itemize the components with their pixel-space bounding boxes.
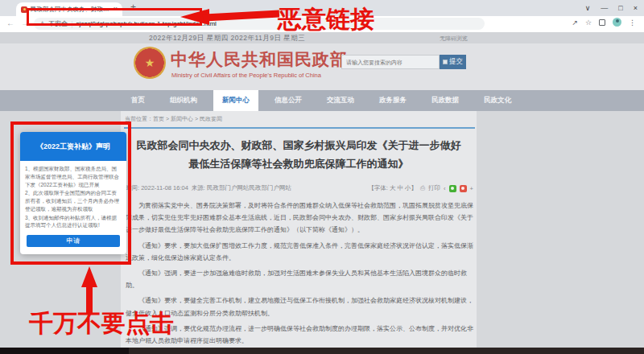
dialog-arrow-icon xyxy=(81,266,97,287)
more-share-icon[interactable]: + xyxy=(470,185,473,192)
nav-item-civil-data[interactable]: 民政数据 xyxy=(423,90,468,111)
wechat-share-icon[interactable] xyxy=(449,185,456,192)
font-size-controls[interactable]: 【字体: 大 中 小】 xyxy=(368,184,417,192)
search-input[interactable] xyxy=(341,55,440,69)
breadcrumb[interactable]: 当前位置：首页 > 新闻中心 > 民政要闻 xyxy=(125,115,222,123)
nav-item-info-disclosure[interactable]: 信息公开 xyxy=(266,90,311,111)
accessibility-link[interactable]: 无障碍浏览 xyxy=(440,35,468,43)
window-close-button[interactable]: × xyxy=(634,4,638,12)
share-collapse-icon[interactable]: ‹ xyxy=(444,185,446,192)
browser-menu-icon[interactable]: ⋮ xyxy=(629,19,636,27)
article-paragraph: 《通知》强调，要进一步加强急难临时救助，加强对生活困难未参保失业人员和其他基本生… xyxy=(126,267,475,291)
national-emblem-icon: ★ xyxy=(134,47,166,79)
site-subtitle: Ministry of Civil Affairs of the People'… xyxy=(171,72,321,79)
article-paragraph: 为贯彻落实党中央、国务院决策部署，及时将符合条件的困难群众纳入低保等社会救助范围… xyxy=(126,200,475,237)
print-button[interactable]: 打印 xyxy=(428,184,440,192)
weibo-share-icon[interactable] xyxy=(460,185,467,192)
browser-window: 民政部会同中央农办、财政部、 × + ∨ — □ × ← → ↻ ⚠ 不安全 |… xyxy=(0,0,644,354)
article-body: 为贯彻落实党中央、国务院决策部署，及时将符合条件的困难群众纳入低保等社会救助范围… xyxy=(126,200,475,354)
url-highlight-box xyxy=(27,8,202,26)
back-button[interactable]: ← xyxy=(6,19,14,27)
print-icon[interactable]: ⎙ xyxy=(420,184,425,192)
broken-image-icon xyxy=(443,60,448,64)
window-chevron-icon[interactable]: ∨ xyxy=(585,4,591,12)
bookmark-star-icon[interactable]: ☆ xyxy=(585,19,592,27)
article-paragraph: 《通知》要求，要健全完善工作机制，建立易地搬迁与低保工作衔接机制，加强社会救助家… xyxy=(126,294,475,319)
emblem-star-icon: ★ xyxy=(145,57,155,68)
title-divider xyxy=(124,127,475,129)
share-icon[interactable]: ↗ xyxy=(572,19,578,27)
article-paragraph: 《通知》强调，要优化规范办理流程，进一步明确低保等社会救助制度的办理期限，落实公… xyxy=(126,323,475,347)
window-minimize-button[interactable]: — xyxy=(601,4,608,12)
dialog-highlight-box xyxy=(10,121,131,265)
nav-item-civil-culture[interactable]: 民政文化 xyxy=(475,90,520,111)
page-footer-bar xyxy=(0,348,644,354)
search-submit-label: 提交 xyxy=(449,57,463,67)
article-source: 来源: 民政部门户网站民政部门户网站 xyxy=(192,184,291,192)
window-maximize-button[interactable]: □ xyxy=(618,4,622,12)
nav-item-news-center[interactable]: 新闻中心 xyxy=(213,90,258,111)
article-paragraph: 《通知》要求，要加大低保扩围增效工作力度，规范完善低保准入条件，完善低保家庭经济… xyxy=(126,240,475,264)
article-title: 民政部会同中央农办、财政部、国家乡村振兴局印发《关于进一步做好最低生活保障等社会… xyxy=(135,137,462,174)
nav-item-organization[interactable]: 组织机构 xyxy=(161,90,206,111)
nav-item-interaction[interactable]: 交流互动 xyxy=(318,90,363,111)
side-panel-icon[interactable] xyxy=(599,19,605,26)
do-not-click-label: 千万不要点击 xyxy=(29,307,174,340)
malicious-link-label: 恶意链接 xyxy=(278,3,374,36)
nav-item-gov-services[interactable]: 政务服务 xyxy=(370,90,415,111)
site-title: 中华人民共和国民政部 xyxy=(171,48,348,71)
search-submit-button[interactable]: 提交 xyxy=(440,55,466,69)
nav-item-home[interactable]: 首页 xyxy=(122,90,154,111)
article-time: 时间: 2022-11-08 16:04 xyxy=(126,184,188,192)
article-meta: 时间: 2022-11-08 16:04 来源: 民政部门户网站民政部门户网站 … xyxy=(126,184,473,192)
profile-avatar[interactable] xyxy=(613,18,621,27)
